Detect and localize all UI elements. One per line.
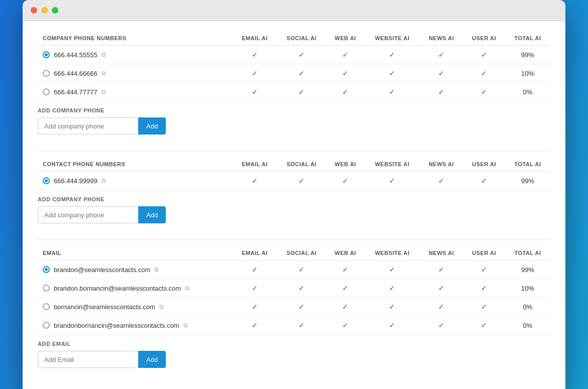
check-icon: ✓ [389,321,395,329]
radio-button[interactable] [43,322,50,329]
total-ai-cell: 99% [505,46,550,64]
news-ai-cell: ✓ [420,64,463,83]
radio-button[interactable] [43,70,50,77]
check-icon: ✓ [342,266,348,274]
copy-icon[interactable]: ⧉ [102,70,106,77]
user-ai-cell: ✓ [463,83,505,101]
add-email-input[interactable] [38,351,138,368]
check-icon: ✓ [438,69,444,77]
check-icon: ✓ [252,177,258,185]
copy-icon[interactable]: ⧉ [102,88,106,95]
company-phones-header: COMPANY PHONE NUMBERS [38,31,233,46]
add-contact-phone-input[interactable] [38,206,138,223]
email-ai-cell: ✓ [233,316,277,335]
table-row: 666.444.77777 ⧉ ✓ ✓ ✓ ✓ ✓ ✓ 0% [38,83,550,101]
close-button[interactable] [31,7,37,14]
email-ai-cell: ✓ [233,261,277,279]
add-email-label: ADD EMAIL [38,341,550,347]
check-icon: ✓ [389,177,395,185]
add-contact-phone-button[interactable]: Add [138,206,166,223]
copy-icon[interactable]: ⧉ [154,266,159,273]
radio-button[interactable] [43,266,50,273]
total-ai-cell: 99% [505,261,550,279]
check-icon: ✓ [299,177,305,185]
contact-phones-header: CONTACT PHONE NUMBERS [38,157,233,172]
check-icon: ✓ [389,266,395,274]
social-ai-cell: ✓ [277,83,326,101]
check-icon: ✓ [342,284,348,292]
table-row: bornancin@seamlesscontacts.com ⧉ ✓ ✓ ✓ ✓… [38,298,550,316]
email-website-ai-header: WEBSITE AI [365,246,420,261]
user-ai-cell: ✓ [463,261,505,279]
company-phones-section: COMPANY PHONE NUMBERS EMAIL AI SOCIAL AI… [38,31,550,139]
phone-cell: 666.444.55555 ⧉ [38,46,233,64]
add-company-phone-button[interactable]: Add [138,117,166,135]
check-icon: ✓ [481,88,487,96]
check-icon: ✓ [438,51,444,59]
email-user-ai-header: USER AI [463,246,505,261]
copy-icon[interactable]: ⧉ [183,322,188,329]
check-icon: ✓ [342,303,348,311]
news-ai-cell: ✓ [420,279,463,298]
email-social-ai-header: SOCIAL AI [277,246,326,261]
copy-icon[interactable]: ⧉ [185,285,189,292]
user-ai-cell: ✓ [463,46,505,64]
email-ai-cell: ✓ [233,298,277,316]
email-cell: brandon.bornancin@seamlesscontacts.com ⧉ [38,279,233,298]
web-ai-cell: ✓ [326,172,365,190]
radio-button[interactable] [43,88,50,95]
minimize-button[interactable] [41,7,48,14]
phone-number: 666.444.66666 [54,70,97,77]
company-email-ai-header: EMAIL AI [233,31,277,46]
user-ai-cell: ✓ [463,279,505,298]
check-icon: ✓ [299,51,305,59]
add-contact-phone-section: ADD COMPANY PHONE Add [38,190,550,227]
radio-button[interactable] [43,177,50,184]
check-icon: ✓ [481,284,487,292]
check-icon: ✓ [342,51,348,59]
table-row: brandon@seamlesscontacts.com ⧉ ✓ ✓ ✓ ✓ ✓… [38,261,550,279]
check-icon: ✓ [481,321,487,329]
web-ai-cell: ✓ [326,316,365,335]
email-address: brandonbornancin@seamlesscontacts.com [54,322,179,329]
news-ai-cell: ✓ [420,172,463,190]
total-ai-cell: 0% [505,83,550,101]
phone-cell: 666.444.77777 ⧉ [38,83,233,101]
contact-website-ai-header: WEBSITE AI [365,157,420,172]
check-icon: ✓ [252,284,258,292]
contact-social-ai-header: SOCIAL AI [277,157,326,172]
copy-icon[interactable]: ⧉ [102,177,106,184]
copy-icon[interactable]: ⧉ [159,303,164,310]
email-web-ai-header: WEB AI [326,246,365,261]
check-icon: ✓ [252,88,258,96]
company-website-ai-header: WEBSITE AI [365,31,420,46]
add-email-button[interactable]: Add [138,351,166,368]
check-icon: ✓ [389,69,395,77]
web-ai-cell: ✓ [326,298,365,316]
email-ai-cell: ✓ [233,83,277,101]
website-ai-cell: ✓ [365,64,420,83]
add-company-phone-label: ADD COMPANY PHONE [38,107,550,113]
email-news-ai-header: NEWS AI [420,246,463,261]
contact-phones-table: CONTACT PHONE NUMBERS EMAIL AI SOCIAL AI… [38,157,550,190]
add-company-phone-input[interactable] [38,117,138,135]
app-window: COMPANY PHONE NUMBERS EMAIL AI SOCIAL AI… [23,0,565,389]
check-icon: ✓ [342,321,348,329]
radio-button[interactable] [43,303,50,310]
radio-button[interactable] [43,285,50,292]
maximize-button[interactable] [52,7,58,14]
check-icon: ✓ [389,88,395,96]
company-user-ai-header: USER AI [463,31,505,46]
social-ai-cell: ✓ [277,261,326,279]
web-ai-cell: ✓ [326,46,365,64]
contact-phones-section: CONTACT PHONE NUMBERS EMAIL AI SOCIAL AI… [38,157,550,227]
check-icon: ✓ [342,177,348,185]
total-ai-cell: 99% [505,172,550,190]
social-ai-cell: ✓ [277,46,326,64]
news-ai-cell: ✓ [420,298,463,316]
check-icon: ✓ [299,303,305,311]
check-icon: ✓ [481,266,487,274]
radio-button[interactable] [43,51,50,58]
copy-icon[interactable]: ⧉ [102,51,106,58]
user-ai-cell: ✓ [463,64,505,83]
